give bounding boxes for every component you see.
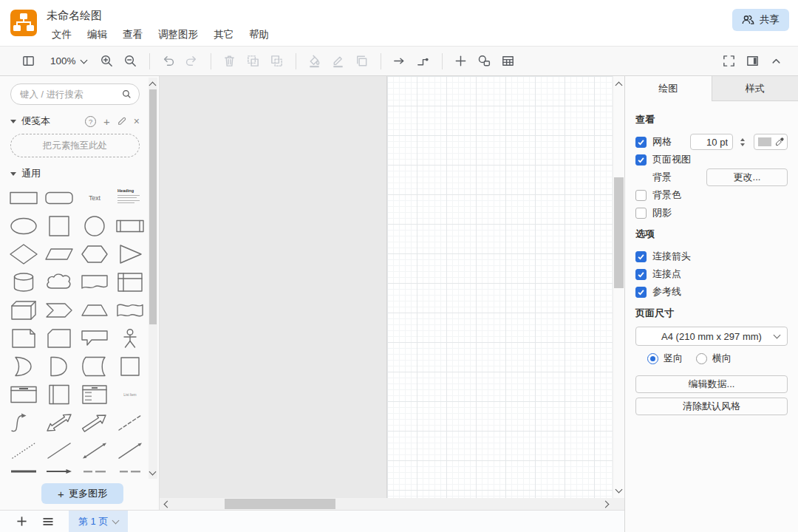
list-shape[interactable] bbox=[77, 381, 112, 409]
bidirectional-arrow-shape[interactable] bbox=[41, 409, 77, 437]
sidebar-scrollbar-thumb[interactable] bbox=[149, 89, 157, 324]
step-shape[interactable] bbox=[41, 296, 77, 324]
document-shape[interactable] bbox=[77, 268, 112, 296]
trapezoid-shape[interactable] bbox=[77, 296, 112, 324]
callout-shape[interactable] bbox=[77, 324, 112, 352]
step-up-icon[interactable] bbox=[740, 138, 745, 141]
menu-help[interactable]: 帮助 bbox=[249, 28, 269, 41]
scroll-left-icon[interactable] bbox=[164, 501, 171, 508]
card-shape[interactable] bbox=[41, 324, 77, 352]
menu-view[interactable]: 查看 bbox=[123, 28, 143, 41]
bidirectional-connector-shape[interactable] bbox=[77, 437, 112, 465]
general-section-header[interactable]: 通用 bbox=[10, 166, 140, 181]
background-color-checkbox[interactable] bbox=[635, 190, 647, 201]
zoom-dropdown[interactable]: 100% bbox=[50, 55, 86, 66]
curve-shape[interactable] bbox=[6, 409, 41, 437]
arrow-shape[interactable] bbox=[77, 409, 112, 437]
dashed-line-shape[interactable] bbox=[112, 409, 148, 437]
grid-checkbox[interactable] bbox=[635, 137, 647, 148]
share-button[interactable]: 共享 bbox=[732, 9, 789, 31]
ellipse-shape[interactable] bbox=[6, 212, 41, 240]
paper-size-select[interactable]: A4 (210 mm x 297 mm) bbox=[635, 327, 788, 346]
collapse-icon[interactable] bbox=[765, 50, 787, 72]
edit-data-button[interactable]: 编辑数据... bbox=[635, 375, 788, 393]
circle-shape[interactable] bbox=[77, 212, 112, 240]
container-square-shape[interactable] bbox=[112, 352, 148, 381]
scratchpad-help-icon[interactable]: ? bbox=[85, 116, 96, 127]
drawing-page[interactable] bbox=[386, 76, 624, 498]
text-shape[interactable]: Text bbox=[77, 184, 112, 212]
cube-shape[interactable] bbox=[6, 296, 41, 324]
list-item-shape[interactable]: List Item bbox=[112, 381, 148, 409]
square-shape[interactable] bbox=[41, 212, 77, 240]
toggle-sidebar-icon[interactable] bbox=[17, 50, 39, 72]
more-shapes-button[interactable]: + 更多图形 bbox=[41, 483, 123, 504]
scroll-up-icon[interactable] bbox=[615, 82, 623, 89]
scroll-down-icon[interactable] bbox=[149, 468, 157, 476]
zoom-out-icon[interactable] bbox=[120, 50, 142, 72]
textbox-shape[interactable]: Heading bbox=[112, 184, 148, 212]
dotted-line-shape[interactable] bbox=[6, 437, 41, 465]
portrait-radio[interactable] bbox=[647, 353, 658, 364]
tape-shape[interactable] bbox=[112, 296, 148, 324]
grid-size-input[interactable] bbox=[694, 136, 729, 149]
shape-search[interactable] bbox=[10, 83, 140, 105]
canvas-hscroll-thumb[interactable] bbox=[225, 499, 335, 509]
portrait-option[interactable]: 竖向 bbox=[647, 352, 683, 365]
internal-storage-shape[interactable] bbox=[112, 268, 148, 296]
triangle-shape[interactable] bbox=[112, 240, 148, 268]
and-shape[interactable] bbox=[41, 352, 77, 381]
menu-extras[interactable]: 其它 bbox=[214, 28, 233, 41]
scratchpad-add-icon[interactable]: + bbox=[103, 117, 110, 126]
connection-arrows-checkbox[interactable] bbox=[635, 251, 647, 262]
waypoints-icon[interactable] bbox=[412, 50, 434, 72]
connection-points-checkbox[interactable] bbox=[635, 269, 647, 280]
connection-arrow-icon[interactable] bbox=[389, 50, 411, 72]
zoom-in-icon[interactable] bbox=[96, 50, 118, 72]
shadow-checkbox[interactable] bbox=[635, 208, 647, 219]
note-shape[interactable] bbox=[6, 324, 41, 352]
or-shape[interactable] bbox=[6, 352, 41, 381]
vertical-container-shape[interactable] bbox=[41, 381, 77, 409]
link-arrow-shape[interactable] bbox=[41, 465, 77, 474]
menu-edit[interactable]: 编辑 bbox=[87, 28, 107, 41]
scroll-down-icon[interactable] bbox=[615, 486, 623, 494]
tab-style[interactable]: 样式 bbox=[712, 76, 798, 101]
change-background-button[interactable]: 更改... bbox=[706, 168, 788, 186]
label-2-shape[interactable] bbox=[112, 465, 148, 474]
guides-checkbox[interactable] bbox=[635, 287, 647, 298]
shape-search-input[interactable] bbox=[18, 89, 117, 100]
grid-color-button[interactable] bbox=[754, 134, 788, 150]
process-shape[interactable] bbox=[112, 212, 148, 240]
canvas-horizontal-scrollbar[interactable] bbox=[160, 498, 624, 510]
page-view-checkbox[interactable] bbox=[635, 154, 647, 166]
scratchpad-edit-icon[interactable] bbox=[117, 117, 126, 126]
parallelogram-shape[interactable] bbox=[41, 240, 77, 268]
drawing-canvas[interactable] bbox=[160, 76, 624, 510]
menu-arrange[interactable]: 调整图形 bbox=[158, 28, 198, 41]
sidebar-scrollbar[interactable] bbox=[149, 78, 157, 479]
insert-table-icon[interactable] bbox=[497, 50, 519, 72]
diamond-shape[interactable] bbox=[6, 240, 41, 268]
page-tab[interactable]: 第 1 页 bbox=[69, 511, 128, 532]
hexagon-shape[interactable] bbox=[77, 240, 112, 268]
landscape-option[interactable]: 横向 bbox=[696, 352, 732, 365]
rounded-rectangle-shape[interactable] bbox=[41, 184, 77, 212]
add-page-button[interactable] bbox=[16, 516, 27, 527]
line-shape[interactable] bbox=[41, 437, 77, 465]
step-down-icon[interactable] bbox=[740, 143, 745, 146]
landscape-radio[interactable] bbox=[696, 353, 707, 364]
label-1-shape[interactable] bbox=[77, 465, 112, 474]
undo-icon[interactable] bbox=[157, 50, 180, 72]
scroll-right-icon[interactable] bbox=[602, 501, 610, 508]
cylinder-shape[interactable] bbox=[6, 268, 41, 296]
container-shape[interactable] bbox=[6, 381, 41, 409]
shape-picker-icon[interactable] bbox=[474, 50, 496, 72]
pages-menu-button[interactable] bbox=[42, 516, 54, 528]
rectangle-shape[interactable] bbox=[6, 184, 41, 212]
scroll-up-icon[interactable] bbox=[149, 82, 157, 89]
format-panel-icon[interactable] bbox=[741, 50, 763, 72]
scratchpad-close-icon[interactable]: × bbox=[134, 117, 140, 126]
canvas-vertical-scrollbar[interactable] bbox=[613, 76, 624, 498]
actor-shape[interactable] bbox=[112, 324, 148, 352]
